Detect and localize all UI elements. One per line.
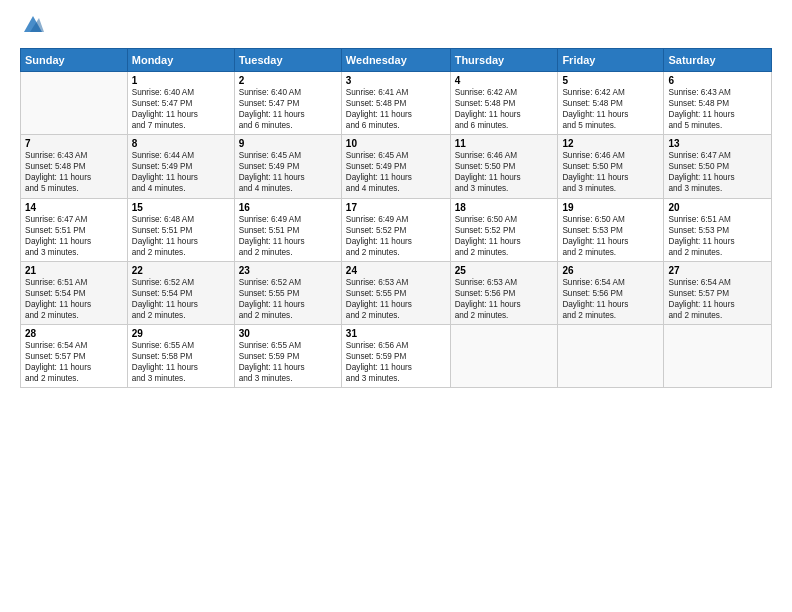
calendar-cell: 12Sunrise: 6:46 AM Sunset: 5:50 PM Dayli…	[558, 135, 664, 198]
week-row-2: 7Sunrise: 6:43 AM Sunset: 5:48 PM Daylig…	[21, 135, 772, 198]
day-number: 9	[239, 138, 337, 149]
logo-icon	[22, 14, 44, 40]
day-number: 12	[562, 138, 659, 149]
day-number: 20	[668, 202, 767, 213]
calendar-cell	[21, 72, 128, 135]
calendar-cell: 22Sunrise: 6:52 AM Sunset: 5:54 PM Dayli…	[127, 261, 234, 324]
page: SundayMondayTuesdayWednesdayThursdayFrid…	[0, 0, 792, 612]
calendar-cell: 19Sunrise: 6:50 AM Sunset: 5:53 PM Dayli…	[558, 198, 664, 261]
calendar-cell: 31Sunrise: 6:56 AM Sunset: 5:59 PM Dayli…	[341, 325, 450, 388]
calendar-cell: 26Sunrise: 6:54 AM Sunset: 5:56 PM Dayli…	[558, 261, 664, 324]
day-number: 15	[132, 202, 230, 213]
day-detail: Sunrise: 6:52 AM Sunset: 5:55 PM Dayligh…	[239, 277, 337, 321]
day-detail: Sunrise: 6:46 AM Sunset: 5:50 PM Dayligh…	[562, 150, 659, 194]
day-number: 21	[25, 265, 123, 276]
day-number: 18	[455, 202, 554, 213]
calendar-cell: 4Sunrise: 6:42 AM Sunset: 5:48 PM Daylig…	[450, 72, 558, 135]
column-header-sunday: Sunday	[21, 49, 128, 72]
day-detail: Sunrise: 6:51 AM Sunset: 5:53 PM Dayligh…	[668, 214, 767, 258]
day-number: 22	[132, 265, 230, 276]
calendar-body: 1Sunrise: 6:40 AM Sunset: 5:47 PM Daylig…	[21, 72, 772, 388]
calendar-cell: 25Sunrise: 6:53 AM Sunset: 5:56 PM Dayli…	[450, 261, 558, 324]
day-detail: Sunrise: 6:48 AM Sunset: 5:51 PM Dayligh…	[132, 214, 230, 258]
day-detail: Sunrise: 6:54 AM Sunset: 5:57 PM Dayligh…	[668, 277, 767, 321]
calendar-cell: 5Sunrise: 6:42 AM Sunset: 5:48 PM Daylig…	[558, 72, 664, 135]
day-number: 1	[132, 75, 230, 86]
column-header-wednesday: Wednesday	[341, 49, 450, 72]
calendar-cell: 1Sunrise: 6:40 AM Sunset: 5:47 PM Daylig…	[127, 72, 234, 135]
calendar-cell: 6Sunrise: 6:43 AM Sunset: 5:48 PM Daylig…	[664, 72, 772, 135]
week-row-1: 1Sunrise: 6:40 AM Sunset: 5:47 PM Daylig…	[21, 72, 772, 135]
calendar-cell: 24Sunrise: 6:53 AM Sunset: 5:55 PM Dayli…	[341, 261, 450, 324]
day-detail: Sunrise: 6:47 AM Sunset: 5:50 PM Dayligh…	[668, 150, 767, 194]
day-number: 19	[562, 202, 659, 213]
day-number: 30	[239, 328, 337, 339]
calendar-cell: 9Sunrise: 6:45 AM Sunset: 5:49 PM Daylig…	[234, 135, 341, 198]
day-detail: Sunrise: 6:47 AM Sunset: 5:51 PM Dayligh…	[25, 214, 123, 258]
calendar-cell: 7Sunrise: 6:43 AM Sunset: 5:48 PM Daylig…	[21, 135, 128, 198]
calendar-cell: 18Sunrise: 6:50 AM Sunset: 5:52 PM Dayli…	[450, 198, 558, 261]
day-detail: Sunrise: 6:53 AM Sunset: 5:55 PM Dayligh…	[346, 277, 446, 321]
day-number: 4	[455, 75, 554, 86]
day-number: 13	[668, 138, 767, 149]
day-detail: Sunrise: 6:55 AM Sunset: 5:59 PM Dayligh…	[239, 340, 337, 384]
day-detail: Sunrise: 6:52 AM Sunset: 5:54 PM Dayligh…	[132, 277, 230, 321]
calendar-cell: 27Sunrise: 6:54 AM Sunset: 5:57 PM Dayli…	[664, 261, 772, 324]
calendar-cell: 13Sunrise: 6:47 AM Sunset: 5:50 PM Dayli…	[664, 135, 772, 198]
day-detail: Sunrise: 6:54 AM Sunset: 5:57 PM Dayligh…	[25, 340, 123, 384]
day-number: 28	[25, 328, 123, 339]
week-row-3: 14Sunrise: 6:47 AM Sunset: 5:51 PM Dayli…	[21, 198, 772, 261]
day-detail: Sunrise: 6:55 AM Sunset: 5:58 PM Dayligh…	[132, 340, 230, 384]
day-detail: Sunrise: 6:44 AM Sunset: 5:49 PM Dayligh…	[132, 150, 230, 194]
header	[20, 18, 772, 40]
day-number: 7	[25, 138, 123, 149]
day-number: 17	[346, 202, 446, 213]
calendar-cell: 10Sunrise: 6:45 AM Sunset: 5:49 PM Dayli…	[341, 135, 450, 198]
day-detail: Sunrise: 6:54 AM Sunset: 5:56 PM Dayligh…	[562, 277, 659, 321]
day-detail: Sunrise: 6:41 AM Sunset: 5:48 PM Dayligh…	[346, 87, 446, 131]
day-detail: Sunrise: 6:51 AM Sunset: 5:54 PM Dayligh…	[25, 277, 123, 321]
day-detail: Sunrise: 6:50 AM Sunset: 5:53 PM Dayligh…	[562, 214, 659, 258]
header-row: SundayMondayTuesdayWednesdayThursdayFrid…	[21, 49, 772, 72]
day-number: 24	[346, 265, 446, 276]
calendar-cell: 23Sunrise: 6:52 AM Sunset: 5:55 PM Dayli…	[234, 261, 341, 324]
calendar-cell: 21Sunrise: 6:51 AM Sunset: 5:54 PM Dayli…	[21, 261, 128, 324]
calendar-cell: 8Sunrise: 6:44 AM Sunset: 5:49 PM Daylig…	[127, 135, 234, 198]
column-header-saturday: Saturday	[664, 49, 772, 72]
day-number: 16	[239, 202, 337, 213]
day-number: 11	[455, 138, 554, 149]
day-number: 8	[132, 138, 230, 149]
calendar-header: SundayMondayTuesdayWednesdayThursdayFrid…	[21, 49, 772, 72]
day-detail: Sunrise: 6:40 AM Sunset: 5:47 PM Dayligh…	[239, 87, 337, 131]
calendar-cell: 2Sunrise: 6:40 AM Sunset: 5:47 PM Daylig…	[234, 72, 341, 135]
day-detail: Sunrise: 6:45 AM Sunset: 5:49 PM Dayligh…	[239, 150, 337, 194]
logo	[20, 18, 44, 40]
day-number: 10	[346, 138, 446, 149]
calendar-cell	[450, 325, 558, 388]
column-header-monday: Monday	[127, 49, 234, 72]
day-number: 6	[668, 75, 767, 86]
column-header-thursday: Thursday	[450, 49, 558, 72]
day-detail: Sunrise: 6:49 AM Sunset: 5:51 PM Dayligh…	[239, 214, 337, 258]
day-number: 14	[25, 202, 123, 213]
day-detail: Sunrise: 6:49 AM Sunset: 5:52 PM Dayligh…	[346, 214, 446, 258]
calendar-cell: 15Sunrise: 6:48 AM Sunset: 5:51 PM Dayli…	[127, 198, 234, 261]
calendar-cell	[558, 325, 664, 388]
calendar-cell: 30Sunrise: 6:55 AM Sunset: 5:59 PM Dayli…	[234, 325, 341, 388]
day-detail: Sunrise: 6:56 AM Sunset: 5:59 PM Dayligh…	[346, 340, 446, 384]
day-detail: Sunrise: 6:40 AM Sunset: 5:47 PM Dayligh…	[132, 87, 230, 131]
calendar-cell: 11Sunrise: 6:46 AM Sunset: 5:50 PM Dayli…	[450, 135, 558, 198]
week-row-5: 28Sunrise: 6:54 AM Sunset: 5:57 PM Dayli…	[21, 325, 772, 388]
day-detail: Sunrise: 6:42 AM Sunset: 5:48 PM Dayligh…	[455, 87, 554, 131]
day-detail: Sunrise: 6:43 AM Sunset: 5:48 PM Dayligh…	[25, 150, 123, 194]
day-detail: Sunrise: 6:42 AM Sunset: 5:48 PM Dayligh…	[562, 87, 659, 131]
day-number: 29	[132, 328, 230, 339]
day-detail: Sunrise: 6:46 AM Sunset: 5:50 PM Dayligh…	[455, 150, 554, 194]
calendar-cell: 16Sunrise: 6:49 AM Sunset: 5:51 PM Dayli…	[234, 198, 341, 261]
day-number: 26	[562, 265, 659, 276]
calendar-cell: 17Sunrise: 6:49 AM Sunset: 5:52 PM Dayli…	[341, 198, 450, 261]
day-number: 23	[239, 265, 337, 276]
column-header-tuesday: Tuesday	[234, 49, 341, 72]
day-detail: Sunrise: 6:50 AM Sunset: 5:52 PM Dayligh…	[455, 214, 554, 258]
week-row-4: 21Sunrise: 6:51 AM Sunset: 5:54 PM Dayli…	[21, 261, 772, 324]
